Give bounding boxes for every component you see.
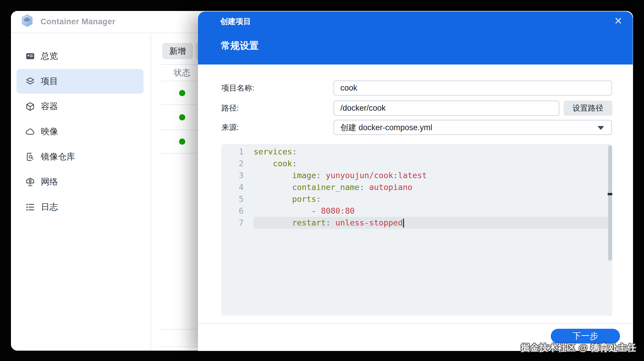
set-path-button[interactable]: 设置路径 — [564, 101, 612, 116]
sidebar-item-label: 映像 — [41, 126, 58, 138]
table-row-divider — [161, 329, 198, 330]
table-row[interactable] — [161, 105, 198, 130]
registry-search-doc-icon — [25, 152, 35, 162]
source-selected-value: 创建 docker-compose.yml — [340, 122, 432, 133]
sidebar-item-registry[interactable]: 镜像仓库 — [17, 144, 144, 169]
sidebar-item-containers[interactable]: 容器 — [17, 94, 144, 119]
projects-table: 状态 — [161, 64, 198, 351]
source-select[interactable]: 创建 docker-compose.yml — [334, 120, 612, 135]
dialog-title: 创建项目 — [220, 16, 251, 27]
line-number: 1 — [221, 146, 244, 158]
status-running-dot — [179, 114, 185, 120]
dialog-header: 创建项目 常规设置 — [198, 12, 633, 65]
overview-icon — [25, 51, 35, 61]
image-cloud-icon — [25, 127, 35, 137]
watermark-text: 掘金技术社区 @ 德育处主任 — [521, 342, 636, 354]
create-project-dialog: 创建项目 常规设置 项目名称: 路径: 设置路径 来源: 创建 docker-c… — [198, 12, 633, 351]
line-number: 4 — [221, 181, 244, 193]
line-number: 6 — [221, 205, 244, 217]
source-label: 来源: — [221, 120, 239, 135]
app-title: Container Manager — [41, 11, 115, 33]
sidebar-item-images[interactable]: 映像 — [17, 119, 144, 144]
line-number: 3 — [221, 170, 244, 181]
sidebar-item-overview[interactable]: 总览 — [17, 44, 144, 68]
code-line[interactable]: 5 ports: — [221, 193, 612, 205]
sidebar-item-logs[interactable]: 日志 — [17, 195, 144, 219]
sidebar-item-label: 网络 — [41, 176, 58, 188]
code-line[interactable]: 1services: — [221, 146, 612, 158]
sidebar-item-projects[interactable]: 项目 — [17, 69, 144, 94]
status-column-header[interactable]: 状态 — [161, 65, 198, 81]
dialog-section-title: 常规设置 — [221, 39, 259, 52]
scrollbar-cursor-marker — [608, 193, 612, 195]
path-input[interactable] — [334, 101, 559, 116]
line-number: 2 — [221, 158, 244, 170]
code-line[interactable]: 3 image: yunyoujun/cook:latest — [221, 170, 612, 181]
sidebar-item-label: 总览 — [41, 50, 58, 62]
text-cursor — [403, 219, 404, 228]
network-icon — [25, 177, 35, 187]
code-line[interactable]: 7 restart: unless-stopped — [221, 217, 612, 229]
sidebar-item-label: 镜像仓库 — [41, 151, 75, 163]
code-line[interactable]: 6 - 8080:80 — [221, 205, 612, 217]
code-editor-lines: 1services:2 cook:3 image: yunyoujun/cook… — [221, 146, 612, 229]
sidebar-item-label: 项目 — [41, 75, 58, 87]
next-step-button[interactable]: 下一步 — [551, 329, 620, 344]
editor-scrollbar[interactable] — [608, 145, 612, 261]
sidebar-item-network[interactable]: 网络 — [17, 170, 144, 194]
table-row-divider — [161, 346, 198, 347]
logs-list-icon — [25, 202, 35, 212]
status-running-dot — [179, 138, 185, 145]
dialog-footer-divider — [198, 323, 633, 324]
path-label: 路径: — [221, 101, 239, 116]
sidebar-item-label: 容器 — [41, 101, 58, 112]
project-name-label: 项目名称: — [221, 80, 254, 96]
add-project-button[interactable]: 新增 — [162, 43, 193, 59]
line-number: 7 — [221, 217, 244, 229]
project-name-input[interactable] — [334, 80, 612, 96]
status-running-dot — [179, 90, 185, 96]
chevron-down-icon — [598, 126, 604, 130]
container-cube-icon — [25, 101, 35, 112]
sidebar: 总览 项目 容器 — [11, 34, 151, 351]
container-manager-logo-icon — [21, 14, 33, 28]
line-number: 5 — [221, 193, 244, 205]
partially-hidden-toolbar-button[interactable] — [196, 43, 198, 59]
sidebar-item-label: 日志 — [41, 201, 58, 213]
projects-layers-icon — [25, 76, 35, 86]
code-line[interactable]: 2 cook: — [221, 158, 612, 170]
code-line[interactable]: 4 container_name: autopiano — [221, 181, 612, 193]
compose-yaml-editor[interactable]: 1services:2 cook:3 image: yunyoujun/cook… — [221, 144, 612, 316]
table-row[interactable] — [161, 81, 198, 105]
table-row[interactable] — [161, 130, 198, 154]
close-icon[interactable] — [614, 17, 622, 25]
